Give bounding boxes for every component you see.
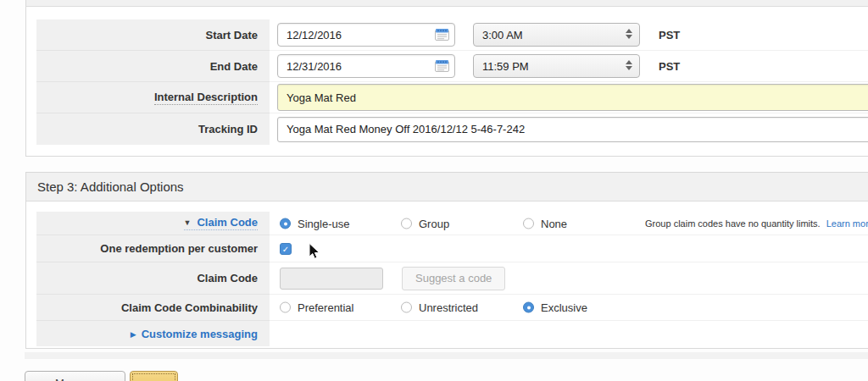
radio-unrestricted-label: Unrestricted bbox=[419, 301, 478, 314]
start-time-select[interactable]: 3:00 AM bbox=[473, 23, 640, 47]
radio-single-use[interactable]: Single-use bbox=[280, 217, 349, 229]
calendar-icon[interactable] bbox=[435, 28, 449, 43]
one-redemption-label: One redemption per customer bbox=[100, 242, 258, 255]
tracking-id-label: Tracking ID bbox=[198, 123, 258, 135]
internal-description-row: Internal Description bbox=[26, 82, 868, 113]
step3-header: Step 3: Additional Options bbox=[26, 173, 868, 202]
radio-icon bbox=[280, 302, 291, 313]
end-time-select[interactable]: 11:59 PM bbox=[473, 54, 640, 78]
tracking-id-row: Tracking ID bbox=[26, 113, 868, 145]
one-redemption-checkbox[interactable] bbox=[280, 243, 292, 255]
learn-more-link[interactable]: Learn more bbox=[826, 218, 868, 229]
manage-promotions-button[interactable]: Manage Promotions bbox=[25, 371, 125, 381]
additional-options-panel: Step 3: Additional Options Claim Code Si… bbox=[25, 172, 868, 349]
radio-group[interactable]: Group bbox=[401, 217, 449, 229]
radio-none[interactable]: None bbox=[523, 217, 567, 229]
divider-band bbox=[25, 352, 868, 359]
radio-none-label: None bbox=[541, 217, 567, 229]
internal-description-label: Internal Description bbox=[154, 91, 258, 105]
checkbox-checked-icon bbox=[280, 243, 292, 255]
one-redemption-row: One redemption per customer bbox=[26, 235, 868, 262]
radio-selected-icon bbox=[523, 302, 534, 313]
start-time-value: 3:00 AM bbox=[482, 29, 523, 41]
info-text: Group claim codes have no quantity limit… bbox=[645, 218, 821, 229]
start-date-label: Start Date bbox=[206, 29, 258, 41]
internal-description-input[interactable] bbox=[277, 84, 868, 111]
start-date-input[interactable] bbox=[277, 23, 455, 47]
tracking-id-input[interactable] bbox=[277, 117, 868, 142]
radio-selected-icon bbox=[280, 218, 291, 229]
end-time-value: 11:59 PM bbox=[482, 60, 529, 73]
collapse-arrow-icon bbox=[184, 218, 192, 227]
review-button[interactable]: Review bbox=[130, 371, 178, 381]
customize-messaging-row: Customize messaging bbox=[26, 321, 868, 346]
combinability-label: Claim Code Combinability bbox=[121, 301, 258, 314]
radio-icon bbox=[401, 302, 412, 313]
radio-preferential[interactable]: Preferential bbox=[280, 301, 353, 314]
radio-single-use-label: Single-use bbox=[298, 217, 349, 229]
select-arrows-icon bbox=[626, 60, 632, 70]
customize-messaging-link[interactable]: Customize messaging bbox=[131, 328, 258, 340]
claim-code-input-label: Claim Code bbox=[197, 272, 258, 284]
scheduling-panel-header-partial bbox=[26, 0, 868, 7]
radio-unrestricted[interactable]: Unrestricted bbox=[401, 301, 478, 314]
mouse-cursor bbox=[309, 243, 322, 262]
radio-icon bbox=[523, 218, 534, 229]
start-date-row: Start Date bbox=[26, 19, 868, 51]
start-timezone-label: PST bbox=[659, 29, 680, 41]
calendar-icon[interactable] bbox=[435, 59, 449, 75]
scheduling-panel: Start Date bbox=[25, 0, 868, 157]
end-date-row: End Date bbox=[26, 51, 868, 82]
radio-group-label: Group bbox=[419, 217, 449, 229]
claim-code-input-row: Claim Code Suggest a code bbox=[26, 262, 868, 295]
radio-preferential-label: Preferential bbox=[298, 301, 353, 314]
radio-icon bbox=[401, 218, 412, 229]
claim-code-type-row: Claim Code Single-use Group None bbox=[26, 212, 868, 235]
radio-exclusive[interactable]: Exclusive bbox=[523, 301, 587, 314]
expand-arrow-icon bbox=[131, 330, 136, 339]
end-date-label: End Date bbox=[210, 60, 258, 73]
select-arrows-icon bbox=[626, 29, 632, 39]
end-date-input[interactable] bbox=[277, 54, 455, 78]
suggest-code-button[interactable]: Suggest a code bbox=[402, 267, 505, 290]
promotion-form-page: Start Date bbox=[0, 0, 868, 381]
end-timezone-label: PST bbox=[659, 60, 680, 73]
claim-code-input[interactable] bbox=[280, 268, 383, 290]
claim-code-collapse-link[interactable]: Claim Code bbox=[184, 216, 258, 230]
radio-exclusive-label: Exclusive bbox=[541, 301, 587, 314]
combinability-row: Claim Code Combinability Preferential Un… bbox=[26, 295, 868, 321]
claim-code-info: Group claim codes have no quantity limit… bbox=[639, 218, 868, 229]
